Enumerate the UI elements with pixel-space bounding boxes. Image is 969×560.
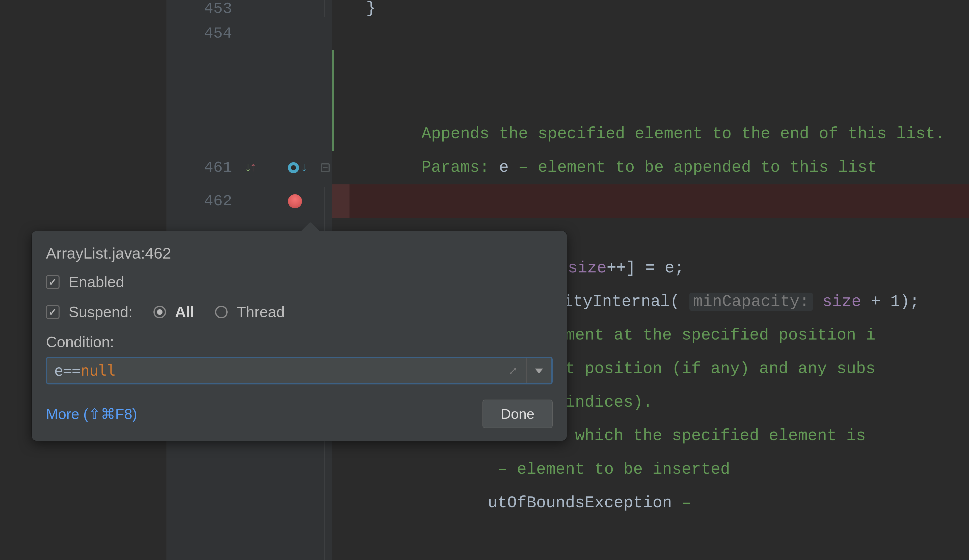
done-button[interactable]: Done	[483, 400, 553, 428]
suspend-row: Suspend: All Thread	[46, 303, 553, 321]
code-line-doc[interactable]: – element to be inserted	[332, 453, 969, 486]
implemented-icon[interactable]: ↓	[288, 151, 308, 184]
code-line-doc[interactable]: Appends the specified element to the end…	[332, 50, 969, 84]
gutter-row	[166, 84, 332, 117]
suspend-label: Suspend:	[68, 303, 133, 321]
cond-token: null	[81, 362, 116, 379]
fold-handle-icon[interactable]	[321, 151, 330, 184]
code-line[interactable]	[332, 17, 969, 50]
doc-link[interactable]: utOfBoundsException	[488, 494, 672, 512]
breakpoint-line-bg	[332, 184, 969, 218]
line-number: 453	[204, 1, 232, 17]
doc-gutter-bar	[332, 117, 334, 151]
code-line-doc[interactable]: utOfBoundsException –	[332, 486, 969, 520]
suspend-thread-label: Thread	[237, 303, 285, 321]
breakpoint-popup: ArrayList.java:462 Enabled Suspend: All …	[32, 231, 567, 441]
condition-label: Condition:	[46, 333, 553, 351]
suspend-all-radio[interactable]	[153, 306, 166, 318]
popup-footer: More (⇧⌘F8) Done	[46, 400, 553, 428]
gutter-row	[166, 453, 332, 486]
suspend-checkbox[interactable]	[46, 305, 60, 319]
gutter-row	[166, 486, 332, 520]
doc-text: – element to be inserted	[344, 460, 730, 479]
token: }	[344, 0, 376, 17]
code-line[interactable]: public boolean add(E e) {	[332, 151, 969, 184]
breakpoint-icon[interactable]	[288, 184, 302, 218]
code-line-doc[interactable]: Params: e – element to be appended to th…	[332, 84, 969, 117]
enabled-checkbox[interactable]	[46, 275, 60, 289]
suspend-thread-radio[interactable]	[215, 306, 228, 318]
expand-icon[interactable]: ⤢	[498, 358, 526, 383]
condition-input[interactable]: e == null	[47, 358, 498, 383]
enabled-row: Enabled	[46, 273, 553, 291]
popup-title: ArrayList.java:462	[46, 244, 553, 262]
breakpoint-line-accent	[332, 184, 350, 218]
code-line-breakpoint[interactable]: ensureCapacityInternal( minCapacity: siz…	[332, 184, 969, 218]
code-line[interactable]: }	[332, 0, 969, 17]
doc-text: –	[672, 494, 691, 512]
doc-gutter-bar	[332, 50, 334, 84]
line-number: 454	[204, 17, 232, 50]
gutter-row: 461 ↓↑ ↓	[166, 151, 332, 184]
cond-token: e	[54, 362, 63, 379]
enabled-label: Enabled	[68, 273, 124, 291]
cond-token: ==	[63, 362, 81, 379]
line-number: 462	[204, 184, 232, 218]
condition-field[interactable]: e == null ⤢	[46, 357, 553, 384]
code-line-doc[interactable]: Returns: true (as specified by Collectio…	[332, 117, 969, 151]
gutter-row: 454	[166, 17, 332, 50]
gutter-row: 453	[166, 0, 332, 17]
gutter-row: 462	[166, 184, 332, 218]
doc-gutter-bar	[332, 84, 334, 117]
line-number: 461	[204, 151, 232, 184]
gutter-row	[166, 50, 332, 84]
more-link[interactable]: More (⇧⌘F8)	[46, 405, 137, 422]
history-dropdown-icon[interactable]	[526, 358, 551, 383]
suspend-all-label: All	[175, 303, 195, 321]
override-icon[interactable]: ↓↑	[244, 151, 255, 184]
gutter-row	[166, 117, 332, 151]
